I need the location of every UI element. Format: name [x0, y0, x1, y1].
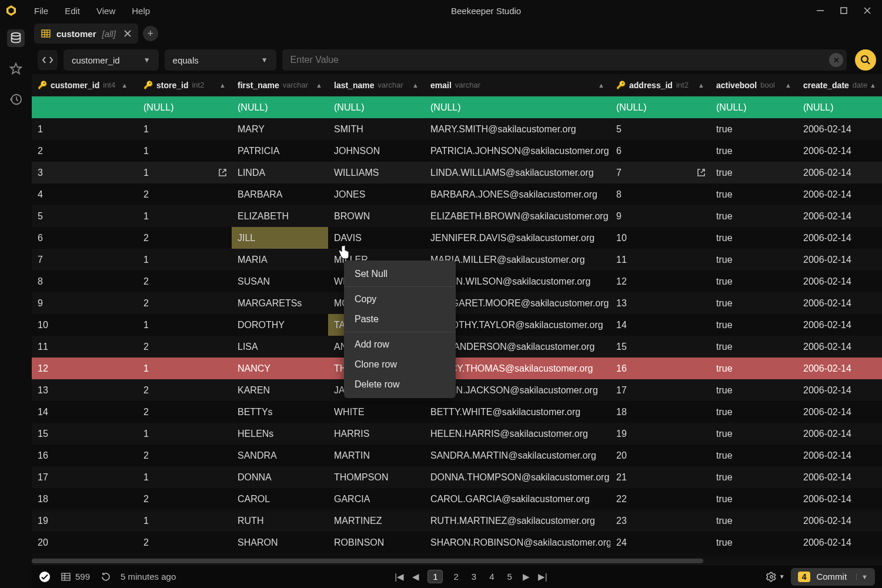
ctx-set-null[interactable]: Set Null: [344, 264, 456, 284]
table-cell[interactable]: 1: [138, 118, 232, 140]
table-cell[interactable]: WHITE: [328, 401, 425, 423]
window-minimize-icon[interactable]: [815, 5, 826, 16]
table-cell[interactable]: true: [710, 314, 797, 336]
table-row[interactable]: 11MARYSMITHMARY.SMITH@sakilacustomer.org…: [32, 118, 882, 140]
table-cell[interactable]: DOROTHY: [232, 314, 328, 336]
ctx-copy[interactable]: Copy: [344, 289, 456, 309]
table-cell[interactable]: JONES: [328, 183, 425, 205]
table-cell[interactable]: 14: [610, 314, 710, 336]
table-cell[interactable]: ELIZABETH.BROWN@sakilacustomer.org: [425, 205, 610, 227]
table-cell[interactable]: 9: [610, 205, 710, 227]
table-settings-icon[interactable]: ▼: [766, 572, 785, 582]
table-cell[interactable]: 2006-02-14: [797, 118, 882, 140]
table-cell[interactable]: 1: [138, 314, 232, 336]
column-header-last-name[interactable]: last_name varchar ▲: [328, 74, 425, 96]
table-cell[interactable]: MARTINEZ: [328, 510, 425, 532]
table-cell[interactable]: 1: [138, 140, 232, 162]
table-cell[interactable]: 2: [138, 270, 232, 292]
table-row[interactable]: 42BARBARAJONESBARBARA.JONES@sakilacustom…: [32, 183, 882, 205]
table-cell[interactable]: 7: [610, 162, 710, 183]
table-cell[interactable]: 16: [610, 358, 710, 379]
table-cell[interactable]: (NULL): [425, 96, 610, 118]
ctx-paste[interactable]: Paste: [344, 309, 456, 329]
search-button[interactable]: [855, 49, 876, 71]
table-cell[interactable]: 8: [32, 270, 138, 292]
table-row[interactable]: 112LISAANDERSONLISA.ANDERSON@sakilacusto…: [32, 336, 882, 358]
table-cell[interactable]: (NULL): [232, 96, 328, 118]
table-row-new[interactable]: (NULL)(NULL)(NULL)(NULL)(NULL)(NULL)(NUL…: [32, 96, 882, 118]
table-row[interactable]: 71MARIAMILLERMARIA.MILLER@sakilacustomer…: [32, 249, 882, 270]
table-cell[interactable]: 23: [610, 510, 710, 532]
table-cell[interactable]: [32, 96, 138, 118]
table-row[interactable]: 92MARGARETSsMOORESMARGARET.MOORE@sakilac…: [32, 292, 882, 314]
raw-filter-toggle[interactable]: [38, 50, 58, 70]
table-cell[interactable]: 2006-02-14: [797, 270, 882, 292]
table-cell[interactable]: MARIA: [232, 249, 328, 270]
table-cell[interactable]: RUTH.MARTINEZ@sakilacustomer.org: [425, 510, 610, 532]
table-cell[interactable]: true: [710, 401, 797, 423]
table-cell[interactable]: 8: [610, 183, 710, 205]
table-cell[interactable]: 12: [610, 270, 710, 292]
table-cell[interactable]: DONNA.THOMPSON@sakilacustomer.org: [425, 466, 610, 488]
table-cell[interactable]: JOHNSON: [328, 140, 425, 162]
table-cell[interactable]: 9: [32, 292, 138, 314]
table-cell[interactable]: 11: [610, 249, 710, 270]
table-cell[interactable]: 2006-02-14: [797, 423, 882, 445]
new-tab-button[interactable]: +: [143, 26, 158, 41]
table-cell[interactable]: ELIZABETH: [232, 205, 328, 227]
table-cell[interactable]: RUTH: [232, 510, 328, 532]
table-cell[interactable]: 1: [138, 466, 232, 488]
menu-view[interactable]: View: [89, 4, 122, 18]
table-row[interactable]: 31LINDAWILLIAMSLINDA.WILLIAMS@sakilacust…: [32, 162, 882, 183]
table-cell[interactable]: 1: [138, 162, 232, 183]
table-cell[interactable]: 2: [138, 445, 232, 466]
column-header-first-name[interactable]: first_name varchar ▲: [232, 74, 328, 96]
table-cell[interactable]: 2006-02-14: [797, 379, 882, 401]
table-cell[interactable]: 11: [32, 336, 138, 358]
table-cell[interactable]: HELENs: [232, 423, 328, 445]
table-cell[interactable]: 2006-02-14: [797, 466, 882, 488]
page-prev-icon[interactable]: ◀: [412, 572, 419, 582]
ctx-clone-row[interactable]: Clone row: [344, 355, 456, 375]
table-cell[interactable]: 19: [610, 423, 710, 445]
table-cell[interactable]: true: [710, 358, 797, 379]
table-cell[interactable]: 4: [32, 183, 138, 205]
table-cell[interactable]: 2: [138, 292, 232, 314]
filter-column-select[interactable]: customer_id ▼: [64, 49, 159, 71]
table-row[interactable]: 142BETTYsWHITEBETTY.WHITE@sakilacustomer…: [32, 401, 882, 423]
table-cell[interactable]: GARCIA: [328, 488, 425, 510]
table-cell[interactable]: MARY: [232, 118, 328, 140]
page-number[interactable]: 3: [469, 570, 479, 583]
horizontal-scrollbar[interactable]: [32, 557, 882, 564]
table-cell[interactable]: (NULL): [610, 96, 710, 118]
table-row[interactable]: 162SANDRAMARTINSANDRA.MARTIN@sakilacusto…: [32, 445, 882, 466]
commit-button[interactable]: 4 Commit ▼: [791, 568, 875, 586]
table-cell[interactable]: 20: [32, 532, 138, 553]
table-cell[interactable]: SANDRA: [232, 445, 328, 466]
table-cell[interactable]: ROBINSON: [328, 532, 425, 553]
table-row[interactable]: 202SHARONROBINSONSHARON.ROBINSON@sakilac…: [32, 532, 882, 553]
table-cell[interactable]: JILL: [232, 227, 328, 249]
table-cell[interactable]: 2: [138, 401, 232, 423]
menu-help[interactable]: Help: [125, 4, 157, 18]
table-cell[interactable]: SHARON.ROBINSON@sakilacustomer.org: [425, 532, 610, 553]
page-number[interactable]: 1: [427, 570, 443, 583]
table-cell[interactable]: 2: [32, 140, 138, 162]
table-cell[interactable]: NANCY: [232, 358, 328, 379]
filter-operator-select[interactable]: equals ▼: [165, 49, 276, 71]
table-cell[interactable]: 3: [32, 162, 138, 183]
table-cell[interactable]: 1: [138, 510, 232, 532]
table-cell[interactable]: MARGARETSs: [232, 292, 328, 314]
table-cell[interactable]: DAVIS: [328, 227, 425, 249]
page-next-icon[interactable]: ▶: [523, 572, 530, 582]
last-refresh[interactable]: 5 minutes ago: [101, 572, 176, 582]
table-cell[interactable]: 1: [138, 249, 232, 270]
table-cell[interactable]: 1: [32, 118, 138, 140]
table-cell[interactable]: DONNA: [232, 466, 328, 488]
table-cell[interactable]: true: [710, 162, 797, 183]
table-cell[interactable]: 20: [610, 445, 710, 466]
table-cell[interactable]: 24: [610, 532, 710, 553]
table-cell[interactable]: (NULL): [138, 96, 232, 118]
table-cell[interactable]: SMITH: [328, 118, 425, 140]
table-cell[interactable]: 2: [138, 336, 232, 358]
